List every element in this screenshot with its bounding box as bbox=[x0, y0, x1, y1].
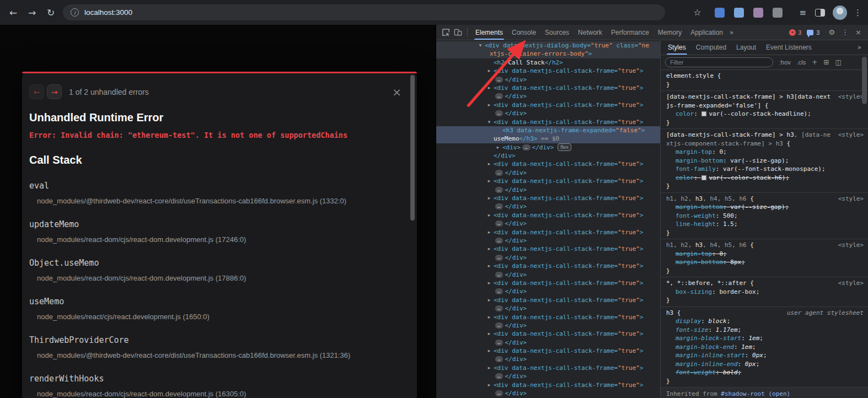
rule-source-link[interactable]: <style> bbox=[838, 279, 864, 288]
dom-node-line[interactable]: <h2>Call Stack</h2> bbox=[436, 58, 660, 67]
dom-node-line[interactable]: …</div> bbox=[436, 236, 660, 245]
dom-node-line[interactable]: ▾<div data-nextjs-call-stack-frame="true… bbox=[436, 118, 660, 126]
previous-error-button[interactable]: ← bbox=[29, 84, 44, 99]
color-swatch[interactable] bbox=[701, 111, 706, 116]
dom-node-line[interactable]: …</div> bbox=[436, 287, 660, 295]
expand-arrow-icon[interactable]: ▸ bbox=[486, 364, 492, 372]
dom-node-line[interactable]: ▸<div data-nextjs-call-stack-frame="true… bbox=[436, 67, 660, 75]
flex-badge[interactable]: flex bbox=[558, 143, 571, 151]
dom-node-line[interactable]: ▸<div data-nextjs-call-stack-frame="true… bbox=[436, 101, 660, 109]
css-property[interactable]: color: var(--color-stack-h6); bbox=[666, 174, 864, 182]
dom-node-line[interactable]: …</div> bbox=[436, 76, 660, 84]
dom-node-line[interactable]: ▸<div data-nextjs-call-stack-frame="true… bbox=[436, 279, 660, 287]
rule-source-link[interactable]: <style> bbox=[838, 241, 864, 250]
tab-elements[interactable]: Elements bbox=[471, 25, 507, 40]
dom-node-line[interactable]: …</div> bbox=[436, 355, 660, 363]
ellipsis-expand-icon[interactable]: … bbox=[495, 238, 503, 244]
expand-arrow-icon[interactable]: ▸ bbox=[486, 67, 492, 75]
rule-source-link[interactable]: <style> bbox=[838, 131, 864, 139]
dialog-scrollbar-thumb[interactable] bbox=[410, 75, 415, 220]
dom-node-line[interactable]: ▾<div data-nextjs-dialog-body="true" cla… bbox=[436, 41, 660, 50]
dom-node-line[interactable]: …</div> bbox=[436, 338, 660, 347]
dom-node-line[interactable]: …</div> bbox=[436, 321, 660, 330]
dom-node-line[interactable]: ▸<div data-nextjs-call-stack-frame="true… bbox=[436, 84, 660, 92]
extension-lightblue[interactable] bbox=[734, 8, 744, 18]
split-panel-icon[interactable]: ◫ bbox=[835, 58, 841, 66]
tab-network[interactable]: Network bbox=[574, 25, 607, 40]
tab-memory[interactable]: Memory bbox=[653, 25, 686, 40]
ellipsis-expand-icon[interactable]: … bbox=[495, 390, 503, 396]
ellipsis-expand-icon[interactable]: … bbox=[495, 93, 503, 99]
expand-arrow-icon[interactable]: ▸ bbox=[486, 262, 492, 270]
dom-node-line[interactable]: ▸<div data-nextjs-call-stack-frame="true… bbox=[436, 330, 660, 338]
devtools-close-icon[interactable]: × bbox=[855, 28, 861, 36]
element-classes-button[interactable]: .cls bbox=[797, 59, 806, 66]
dom-node-line[interactable]: </div> bbox=[436, 152, 660, 160]
ellipsis-expand-icon[interactable]: … bbox=[495, 288, 503, 294]
ellipsis-expand-icon[interactable]: … bbox=[495, 77, 503, 83]
css-property[interactable]: margin-block-end: 1em; bbox=[666, 343, 864, 352]
expand-arrow-icon[interactable]: ▸ bbox=[486, 228, 492, 236]
styles-tab-styles[interactable]: Styles bbox=[663, 40, 691, 55]
ellipsis-expand-icon[interactable]: … bbox=[495, 340, 503, 346]
dom-node-line[interactable]: ▸<div data-nextjs-call-stack-frame="true… bbox=[436, 160, 660, 168]
css-property[interactable]: box-sizing: border-box; bbox=[666, 288, 864, 297]
tab-list-icon[interactable]: ≡ bbox=[799, 8, 806, 18]
new-style-rule-icon[interactable]: + bbox=[812, 58, 817, 66]
expand-arrow-icon[interactable]: ▸ bbox=[486, 194, 492, 202]
tab-sources[interactable]: Sources bbox=[540, 25, 574, 40]
ellipsis-expand-icon[interactable]: … bbox=[495, 356, 503, 362]
css-property[interactable]: margin-bottom: 8px; bbox=[666, 258, 864, 267]
dom-node-line[interactable]: …</div> bbox=[436, 304, 660, 313]
css-property[interactable]: line-height: 1.5; bbox=[666, 220, 864, 229]
ellipsis-expand-icon[interactable]: … bbox=[495, 272, 503, 278]
dom-node-line[interactable]: ▸<div data-nextjs-call-stack-frame="true… bbox=[436, 364, 660, 372]
css-property[interactable]: margin-top: 0; bbox=[666, 250, 864, 259]
dom-node-line[interactable]: …</div> bbox=[436, 109, 660, 117]
collapse-arrow-icon[interactable]: ▾ bbox=[486, 118, 492, 126]
reload-button[interactable]: ↻ bbox=[44, 7, 57, 18]
dom-node-line[interactable]: ▸<div data-nextjs-call-stack-frame="true… bbox=[436, 262, 660, 270]
ellipsis-expand-icon[interactable]: … bbox=[495, 110, 503, 116]
css-property[interactable]: margin-inline-start: 0px; bbox=[666, 351, 864, 360]
expand-arrow-icon[interactable]: ▸ bbox=[486, 381, 492, 389]
grid-icon[interactable]: ⊞ bbox=[823, 58, 829, 66]
dom-node-line[interactable]: …</div> bbox=[436, 219, 660, 228]
ellipsis-expand-icon[interactable]: … bbox=[495, 203, 503, 209]
expand-arrow-icon[interactable]: ▸ bbox=[486, 245, 492, 253]
dom-node-line[interactable]: …</div> bbox=[436, 169, 660, 177]
dom-node-line[interactable]: <h3 data-nextjs-frame-expanded="false"> bbox=[436, 126, 660, 135]
dom-node-line[interactable]: xtjs-container-errors-body"> bbox=[436, 50, 660, 58]
dom-node-line[interactable]: …</div> bbox=[436, 372, 660, 380]
css-property[interactable]: margin-bottom: var(--size-gap); bbox=[666, 203, 864, 212]
styles-filter-input[interactable] bbox=[665, 57, 773, 67]
issues-badge[interactable]: 3 bbox=[807, 29, 819, 36]
dom-node-line[interactable]: ▸<div data-nextjs-call-stack-frame="true… bbox=[436, 177, 660, 185]
dom-node-line[interactable]: …</div> bbox=[436, 92, 660, 100]
expand-arrow-icon[interactable]: ▸ bbox=[486, 160, 492, 168]
device-toolbar-icon[interactable] bbox=[452, 28, 464, 36]
ellipsis-expand-icon[interactable]: … bbox=[495, 322, 503, 329]
ellipsis-expand-icon[interactable]: … bbox=[495, 187, 503, 193]
more-panels-icon[interactable]: » bbox=[727, 29, 736, 36]
inspect-element-icon[interactable] bbox=[440, 28, 452, 36]
dom-node-line[interactable]: ▸<div data-nextjs-call-stack-frame="true… bbox=[436, 381, 660, 389]
ellipsis-expand-icon[interactable]: … bbox=[522, 144, 530, 150]
css-property[interactable]: font-weight: 500; bbox=[666, 212, 864, 220]
expand-arrow-icon[interactable]: ▸ bbox=[486, 84, 492, 92]
console-errors-badge[interactable]: ×3 bbox=[789, 29, 801, 36]
collapse-arrow-icon[interactable]: ▾ bbox=[477, 41, 484, 50]
ellipsis-expand-icon[interactable]: … bbox=[495, 170, 503, 176]
expand-arrow-icon[interactable]: ▸ bbox=[495, 143, 501, 152]
ellipsis-expand-icon[interactable]: … bbox=[495, 255, 503, 261]
css-property[interactable]: color: var(--color-stack-headline); bbox=[666, 110, 864, 119]
browser-menu-icon[interactable]: ⋮ bbox=[854, 8, 861, 18]
dom-node-line[interactable]: …</div> bbox=[436, 389, 660, 397]
css-property[interactable]: font-family: var(--font-stack-monospace)… bbox=[666, 165, 864, 174]
toggle-element-state-button[interactable]: :hov bbox=[779, 59, 791, 66]
styles-tab-layout[interactable]: Layout bbox=[731, 40, 761, 55]
css-property[interactable]: margin-bottom: var(--size-gap); bbox=[666, 157, 864, 165]
dom-node-line[interactable]: ▸<div data-nextjs-call-stack-frame="true… bbox=[436, 296, 660, 304]
settings-gear-icon[interactable]: ⚙ bbox=[828, 28, 835, 36]
rule-source-link[interactable]: <style> bbox=[838, 93, 864, 101]
